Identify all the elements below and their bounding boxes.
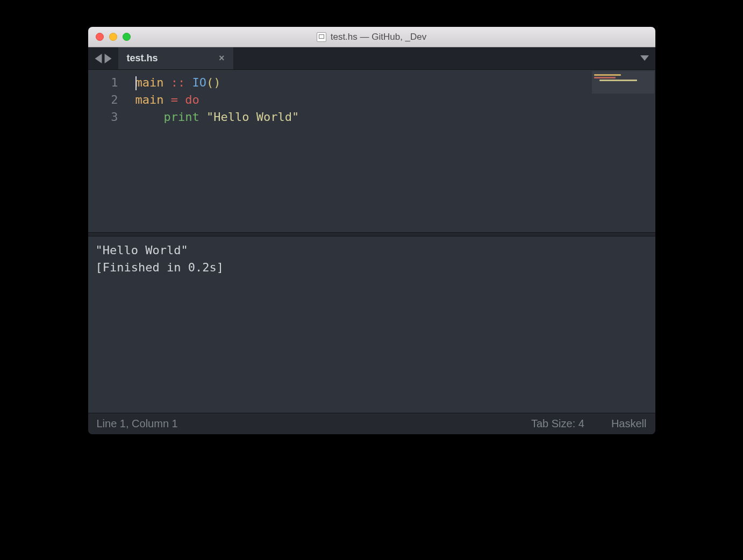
tab-bar: test.hs × (88, 47, 655, 70)
line-number: 2 (88, 91, 118, 109)
titlebar[interactable]: test.hs — GitHub, _Dev (88, 27, 655, 47)
build-output-panel[interactable]: "Hello World" [Finished in 0.2s] (88, 236, 655, 413)
minimize-window-button[interactable] (109, 33, 117, 41)
tab-overflow-button[interactable] (634, 47, 655, 69)
code-line: main :: IO() (135, 74, 591, 91)
tab-label: test.hs (127, 53, 158, 64)
editor-window: test.hs — GitHub, _Dev test.hs × 1 2 3 (88, 27, 655, 434)
svg-marker-0 (95, 54, 102, 63)
traffic-lights (88, 33, 131, 41)
editor-area[interactable]: 1 2 3 main :: IO() main = do print "Hell… (88, 70, 655, 232)
close-window-button[interactable] (96, 33, 104, 41)
file-icon (317, 32, 326, 42)
console-line: "Hello World" (96, 242, 648, 259)
line-number: 1 (88, 74, 118, 91)
minimap-viewport[interactable] (592, 71, 654, 94)
zoom-window-button[interactable] (123, 33, 131, 41)
syntax-indicator[interactable]: Haskell (611, 418, 647, 430)
line-number: 3 (88, 109, 118, 126)
panel-resize-handle[interactable] (88, 232, 655, 236)
cursor-position[interactable]: Line 1, Column 1 (97, 418, 178, 430)
line-number-gutter: 1 2 3 (88, 70, 128, 232)
nav-back-icon[interactable] (95, 54, 102, 63)
tab-test-hs[interactable]: test.hs × (118, 47, 234, 69)
code-content[interactable]: main :: IO() main = do print "Hello Worl… (128, 70, 591, 232)
window-title: test.hs — GitHub, _Dev (88, 32, 655, 42)
status-bar: Line 1, Column 1 Tab Size: 4 Haskell (88, 413, 655, 434)
code-line: main = do (135, 91, 591, 109)
code-line: print "Hello World" (135, 109, 591, 126)
text-cursor (135, 76, 137, 90)
svg-marker-2 (640, 55, 649, 61)
window-title-text: test.hs — GitHub, _Dev (331, 32, 427, 42)
svg-marker-1 (104, 54, 111, 63)
minimap[interactable] (591, 70, 655, 232)
console-line: [Finished in 0.2s] (96, 259, 648, 276)
tab-close-icon[interactable]: × (219, 53, 225, 64)
history-nav (88, 47, 118, 69)
tab-size-indicator[interactable]: Tab Size: 4 (531, 418, 584, 430)
nav-forward-icon[interactable] (104, 54, 112, 63)
